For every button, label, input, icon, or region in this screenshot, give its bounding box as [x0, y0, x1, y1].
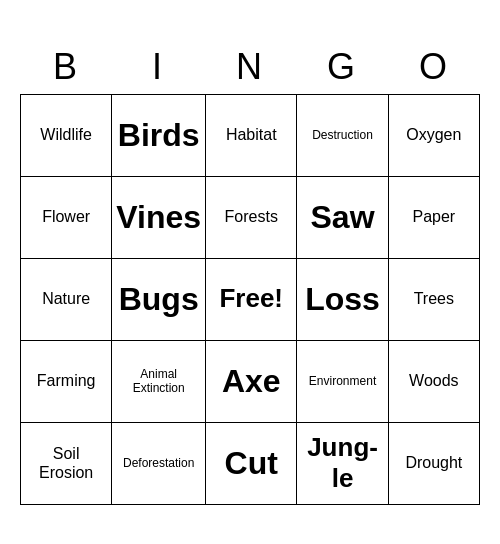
- cell-text: AnimalExtinction: [133, 367, 185, 396]
- bingo-cell: Axe: [206, 341, 297, 423]
- cell-text: Jung-le: [307, 432, 378, 494]
- cell-text: Free!: [219, 283, 283, 314]
- bingo-cell: Saw: [297, 177, 388, 259]
- cell-text: Bugs: [119, 280, 199, 318]
- cell-text: Paper: [412, 207, 455, 226]
- header-letter: B: [20, 40, 112, 94]
- bingo-card: BINGO WildlifeBirdsHabitatDestructionOxy…: [20, 40, 480, 505]
- bingo-cell: Wildlife: [21, 95, 112, 177]
- bingo-cell: Birds: [112, 95, 206, 177]
- cell-text: Vines: [116, 198, 201, 236]
- cell-text: Environment: [309, 374, 376, 388]
- cell-text: Flower: [42, 207, 90, 226]
- cell-text: Cut: [225, 444, 278, 482]
- cell-text: SoilErosion: [39, 444, 93, 482]
- cell-text: Habitat: [226, 125, 277, 144]
- bingo-cell: Nature: [21, 259, 112, 341]
- bingo-cell: Trees: [389, 259, 480, 341]
- cell-text: Deforestation: [123, 456, 194, 470]
- bingo-cell: Vines: [112, 177, 206, 259]
- cell-text: Destruction: [312, 128, 373, 142]
- bingo-cell: Oxygen: [389, 95, 480, 177]
- bingo-cell: Jung-le: [297, 423, 388, 505]
- bingo-cell: Free!: [206, 259, 297, 341]
- bingo-cell: Forests: [206, 177, 297, 259]
- cell-text: Farming: [37, 371, 96, 390]
- cell-text: Wildlife: [40, 125, 92, 144]
- cell-text: Birds: [118, 116, 200, 154]
- cell-text: Trees: [414, 289, 454, 308]
- bingo-cell: Flower: [21, 177, 112, 259]
- bingo-cell: AnimalExtinction: [112, 341, 206, 423]
- cell-text: Loss: [305, 280, 380, 318]
- bingo-cell: SoilErosion: [21, 423, 112, 505]
- cell-text: Woods: [409, 371, 459, 390]
- bingo-cell: Destruction: [297, 95, 388, 177]
- cell-text: Saw: [311, 198, 375, 236]
- cell-text: Drought: [405, 453, 462, 472]
- bingo-cell: Farming: [21, 341, 112, 423]
- bingo-cell: Woods: [389, 341, 480, 423]
- cell-text: Axe: [222, 362, 281, 400]
- bingo-cell: Habitat: [206, 95, 297, 177]
- bingo-cell: Bugs: [112, 259, 206, 341]
- header-letter: N: [204, 40, 296, 94]
- bingo-grid: WildlifeBirdsHabitatDestructionOxygenFlo…: [20, 94, 480, 505]
- cell-text: Nature: [42, 289, 90, 308]
- bingo-cell: Deforestation: [112, 423, 206, 505]
- bingo-cell: Drought: [389, 423, 480, 505]
- bingo-cell: Cut: [206, 423, 297, 505]
- header-letter: I: [112, 40, 204, 94]
- header-letter: G: [296, 40, 388, 94]
- bingo-cell: Paper: [389, 177, 480, 259]
- header-letter: O: [388, 40, 480, 94]
- bingo-cell: Environment: [297, 341, 388, 423]
- bingo-cell: Loss: [297, 259, 388, 341]
- cell-text: Forests: [225, 207, 278, 226]
- cell-text: Oxygen: [406, 125, 461, 144]
- bingo-header: BINGO: [20, 40, 480, 94]
